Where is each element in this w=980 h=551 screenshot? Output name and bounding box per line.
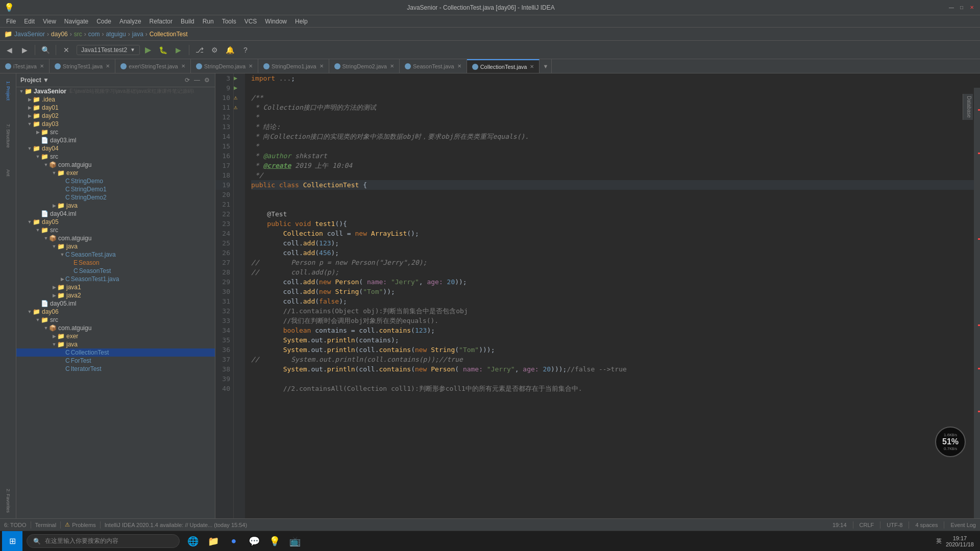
status-line-col[interactable]: 19:14: [832, 522, 847, 528]
status-crlf[interactable]: CRLF: [860, 522, 874, 528]
tree-day05-java[interactable]: ▼ 📁 java: [16, 242, 215, 251]
tree-stringdemo1[interactable]: C StringDemo1: [16, 185, 215, 193]
menu-edit[interactable]: Edit: [20, 17, 39, 26]
tab-close-stringdemo1[interactable]: ✕: [320, 63, 324, 69]
editor-scrollbar[interactable]: [974, 88, 980, 518]
tree-season[interactable]: E Season: [16, 259, 215, 267]
back-button[interactable]: ◀: [2, 43, 16, 57]
debug-button[interactable]: 🐛: [156, 43, 170, 57]
tree-day04-iml[interactable]: 📄 day04.iml: [16, 210, 215, 218]
menu-analyze[interactable]: Analyze: [115, 17, 145, 26]
bc-collectiontest[interactable]: CollectionTest: [150, 31, 188, 38]
tab-stringdemo2[interactable]: StringDemo2.java ✕: [329, 59, 400, 73]
tree-day05-iml[interactable]: 📄 day05.iml: [16, 299, 215, 308]
bc-src[interactable]: src: [74, 31, 82, 38]
menu-navigate[interactable]: Navigate: [60, 17, 92, 26]
tab-seasontest[interactable]: SeasonTest.java ✕: [400, 59, 467, 73]
status-eventlog[interactable]: Event Log: [950, 522, 976, 528]
menu-refactor[interactable]: Refactor: [145, 17, 177, 26]
menu-view[interactable]: View: [39, 17, 60, 26]
tree-day03-src[interactable]: ▶ 📁 src: [16, 128, 215, 136]
tree-idea[interactable]: ▶ 📁 .idea: [16, 95, 215, 104]
side-icon-1[interactable]: 1: Project: [1, 76, 15, 106]
tree-day05-java1[interactable]: ▶ 📁 java1: [16, 283, 215, 291]
bc-com[interactable]: com: [88, 31, 100, 38]
bc-day06[interactable]: day06: [51, 31, 68, 38]
tab-itest[interactable]: iTest.java ✕: [0, 59, 50, 73]
tree-day04[interactable]: ▼ 📁 day04: [16, 144, 215, 153]
status-encoding[interactable]: UTF-8: [887, 522, 902, 528]
minimize-button[interactable]: —: [947, 4, 955, 12]
tab-stringdemo1[interactable]: StringDemo1.java ✕: [258, 59, 329, 73]
tree-stringdemo2[interactable]: C StringDemo2: [16, 193, 215, 202]
bc-javasenior[interactable]: JavaSenior: [14, 31, 45, 38]
side-icon-favorites[interactable]: 2: Favorites: [1, 486, 15, 516]
settings-button[interactable]: ⚙: [208, 43, 222, 57]
tab-close-stringdemo[interactable]: ✕: [249, 63, 253, 69]
menu-vcs[interactable]: VCS: [240, 17, 261, 26]
tree-day05[interactable]: ▼ 📁 day05: [16, 218, 215, 226]
tree-day05-java2[interactable]: ▶ 📁 java2: [16, 291, 215, 299]
menu-run[interactable]: Run: [199, 17, 218, 26]
tab-stringdemo[interactable]: StringDemo.java ✕: [191, 59, 258, 73]
taskbar-app-edge[interactable]: 🌐: [184, 532, 202, 550]
menu-file[interactable]: File: [2, 17, 20, 26]
menu-help[interactable]: Help: [291, 17, 312, 26]
tab-close-stringdemo2[interactable]: ✕: [390, 63, 394, 69]
tree-day01[interactable]: ▶ 📁 day01: [16, 104, 215, 112]
tab-stringtest1[interactable]: StringTest1.java ✕: [50, 59, 115, 73]
taskbar-app-explorer[interactable]: 📁: [204, 532, 223, 550]
git-button[interactable]: ⎇: [192, 43, 207, 57]
maximize-button[interactable]: □: [958, 4, 966, 12]
tree-day06-java[interactable]: ▼ 📁 java: [16, 340, 215, 348]
performance-widget[interactable]: 1.6KB/s 51% 0.7KB/s: [935, 427, 966, 457]
tree-javasenior[interactable]: ▼ 📁 JavaSenior E:\java\b站视频学习\java基础\jav…: [16, 87, 215, 95]
search-button[interactable]: 🔍: [38, 43, 53, 57]
taskbar-app-chrome[interactable]: ●: [225, 532, 243, 550]
menu-window[interactable]: Window: [261, 17, 291, 26]
tree-day04-java[interactable]: ▶ 📁 java: [16, 202, 215, 210]
side-icon-ant[interactable]: Ant: [1, 165, 15, 181]
tree-seasontest-file[interactable]: ▼ C SeasonTest.java: [16, 251, 215, 259]
status-problems[interactable]: ⚠ Problems: [65, 521, 95, 528]
project-sync-btn[interactable]: ⟳: [184, 76, 191, 85]
tree-day06-exer[interactable]: ▶ 📁 exer: [16, 332, 215, 340]
close-button[interactable]: ✕: [968, 4, 976, 12]
tab-close-collectiontest[interactable]: ✕: [530, 64, 534, 69]
tree-day03-iml[interactable]: 📄 day03.iml: [16, 136, 215, 144]
tab-more[interactable]: ▼: [540, 59, 552, 73]
taskbar-app-idea[interactable]: 💡: [265, 532, 284, 550]
code-editor[interactable]: import ...; /** * Collection接口中声明的方法的测试 …: [245, 73, 980, 518]
status-indent[interactable]: 4 spaces: [915, 522, 938, 528]
window-controls[interactable]: — □ ✕: [947, 4, 976, 12]
tree-day03[interactable]: ▼ 📁 day03: [16, 120, 215, 128]
forward-button[interactable]: ▶: [17, 43, 32, 57]
tab-close-seasontest[interactable]: ✕: [457, 63, 461, 69]
database-tab[interactable]: Database: [963, 94, 973, 120]
run-button[interactable]: ▶: [141, 43, 155, 57]
help-icon-button[interactable]: ?: [238, 43, 253, 57]
tab-collectiontest[interactable]: CollectionTest.java ✕: [467, 59, 540, 73]
status-notification[interactable]: IntelliJ IDEA 2020.1.4 available: // Upd…: [105, 522, 247, 528]
tree-iteratortest[interactable]: C IteratorTest: [16, 365, 215, 373]
bc-java[interactable]: java: [132, 31, 143, 38]
notifications-button[interactable]: 🔔: [223, 43, 237, 57]
taskbar-app-wechat[interactable]: 💬: [245, 532, 263, 550]
tree-day04-com[interactable]: ▼ 📦 com.atguigu: [16, 161, 215, 169]
start-button[interactable]: ⊞: [2, 531, 22, 552]
tab-close-itest[interactable]: ✕: [40, 63, 44, 69]
menu-build[interactable]: Build: [177, 17, 199, 26]
tree-day05-com[interactable]: ▼ 📦 com.atguigu: [16, 234, 215, 242]
close-tab-button[interactable]: ✕: [59, 43, 74, 57]
run-config-selector[interactable]: Java11Test.test2 ▼: [77, 45, 140, 55]
tab-exerstringtest[interactable]: exer\StringTest.java ✕: [115, 59, 191, 73]
tree-seasontest-class[interactable]: C SeasonTest: [16, 267, 215, 275]
breadcrumb-javasenior[interactable]: 📁: [4, 30, 12, 38]
taskbar-clock[interactable]: 19:17 2020/11/18: [946, 535, 974, 547]
side-icon-structure[interactable]: 7: Structure: [1, 120, 15, 151]
bc-atguigu[interactable]: atguigu: [106, 31, 126, 38]
tree-day06-com[interactable]: ▼ 📦 com.atguigu: [16, 324, 215, 332]
tab-close-exerstringtest[interactable]: ✕: [181, 63, 185, 69]
status-todo[interactable]: 6: TODO: [4, 522, 27, 528]
tree-day05-src[interactable]: ▼ 📁 src: [16, 226, 215, 234]
